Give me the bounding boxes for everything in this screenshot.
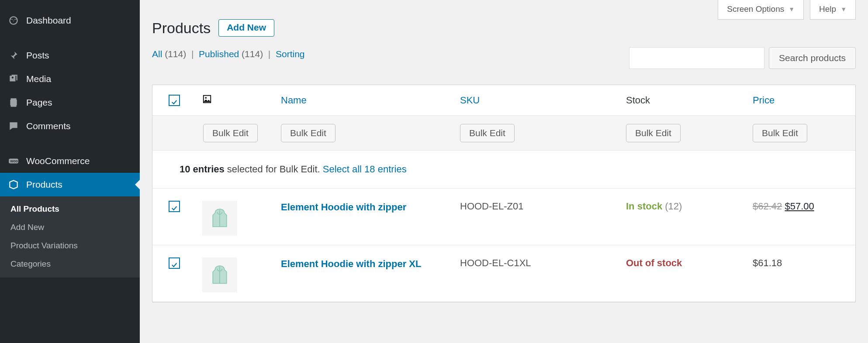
sidebar-item-label: Dashboard	[26, 15, 71, 26]
sidebar-item-label: Comments	[26, 121, 71, 131]
filter-sorting[interactable]: Sorting	[276, 49, 305, 59]
help-label: Help	[819, 4, 836, 14]
products-table: Name SKU Stock Price Bulk Edit Bulk Edit…	[152, 85, 856, 302]
stock-status: Out of stock	[626, 257, 682, 268]
product-stock: Out of stock	[620, 245, 747, 276]
screen-options-label: Screen Options	[727, 4, 784, 14]
comment-icon	[8, 120, 19, 132]
price-old: $62.42	[753, 201, 782, 212]
sidebar-item-label: Media	[26, 74, 51, 84]
select-all-link[interactable]: Select all 18 entries	[323, 164, 407, 175]
submenu-item-add-new[interactable]: Add New	[0, 218, 140, 237]
filter-published[interactable]: Published	[199, 49, 239, 59]
submenu-item-categories[interactable]: Categories	[0, 255, 140, 273]
product-price: $62.42 $57.00	[747, 189, 855, 219]
chevron-down-icon: ▼	[840, 6, 847, 13]
product-name-link[interactable]: Element Hoodie with zipper XL	[275, 245, 454, 278]
hoodie-icon	[207, 206, 232, 230]
box-icon	[8, 179, 19, 190]
admin-sidebar: Dashboard Posts Media Pages Comments woo…	[0, 0, 140, 343]
row-checkbox[interactable]	[169, 257, 180, 269]
selection-status: 10 entries selected for Bulk Edit. Selec…	[152, 151, 855, 189]
table-row: Element Hoodie with zipper HOOD-EL-Z01 I…	[152, 189, 855, 245]
svg-point-3	[205, 97, 207, 99]
price: $61.18	[753, 257, 782, 268]
table-row: Element Hoodie with zipper XL HOOD-EL-C1…	[152, 245, 855, 302]
bulk-edit-button-price[interactable]: Bulk Edit	[753, 124, 807, 142]
sidebar-item-label: Products	[26, 179, 62, 190]
sidebar-item-label: WooCommerce	[26, 156, 90, 166]
stock-status: In stock	[626, 201, 662, 212]
pin-icon	[8, 50, 19, 61]
sidebar-submenu: All Products Add New Product Variations …	[0, 196, 140, 278]
add-new-button[interactable]: Add New	[218, 19, 274, 37]
bulk-edit-button-thumb[interactable]: Bulk Edit	[203, 124, 258, 142]
pages-icon	[8, 97, 19, 108]
stock-count: (12)	[665, 201, 682, 212]
sidebar-item-label: Posts	[26, 50, 49, 61]
sidebar-item-woocommerce[interactable]: woo WooCommerce	[0, 149, 140, 173]
separator: |	[268, 49, 270, 59]
filter-all-count: (114)	[165, 49, 186, 59]
chevron-down-icon: ▼	[788, 6, 795, 13]
main-content: Screen Options ▼ Help ▼ Products Add New…	[140, 0, 868, 343]
sidebar-item-comments[interactable]: Comments	[0, 114, 140, 138]
bulk-edit-button-sku[interactable]: Bulk Edit	[460, 124, 515, 142]
bulk-edit-button-name[interactable]: Bulk Edit	[281, 124, 335, 142]
column-thumbnail	[196, 87, 275, 113]
bulk-edit-row: Bulk Edit Bulk Edit Bulk Edit Bulk Edit …	[152, 116, 855, 151]
sidebar-item-posts[interactable]: Posts	[0, 44, 140, 67]
sidebar-item-label: Pages	[26, 97, 52, 108]
sidebar-item-products[interactable]: Products	[0, 173, 140, 196]
column-sku[interactable]: SKU	[454, 88, 620, 113]
sidebar-item-pages[interactable]: Pages	[0, 91, 140, 114]
search-input[interactable]	[629, 47, 764, 69]
product-stock: In stock (12)	[620, 189, 747, 219]
product-name-link[interactable]: Element Hoodie with zipper	[275, 189, 454, 221]
column-stock: Stock	[620, 88, 747, 113]
filter-all[interactable]: All	[152, 49, 162, 59]
selection-count: 10 entries	[180, 164, 225, 175]
screen-options-tab[interactable]: Screen Options ▼	[718, 0, 804, 20]
help-tab[interactable]: Help ▼	[810, 0, 856, 20]
separator: |	[191, 49, 194, 59]
select-all-checkbox[interactable]	[169, 95, 180, 106]
sidebar-item-media[interactable]: Media	[0, 67, 140, 91]
image-icon	[202, 94, 212, 104]
filter-published-count: (114)	[242, 49, 263, 59]
woo-icon: woo	[8, 155, 19, 167]
hoodie-icon	[207, 263, 232, 287]
product-thumbnail[interactable]	[202, 201, 237, 236]
sidebar-item-dashboard[interactable]: Dashboard	[0, 9, 140, 32]
media-icon	[8, 73, 19, 85]
table-header: Name SKU Stock Price	[152, 85, 855, 116]
column-name[interactable]: Name	[275, 88, 454, 113]
top-tabs: Screen Options ▼ Help ▼	[718, 0, 856, 20]
search-button[interactable]: Search products	[769, 47, 856, 69]
product-sku: HOOD-EL-C1XL	[454, 245, 620, 276]
page-title: Products	[152, 20, 211, 37]
search-row: Search products	[629, 47, 856, 69]
product-price: $61.18	[747, 245, 855, 276]
product-thumbnail[interactable]	[202, 257, 237, 292]
selection-rest: selected for Bulk Edit.	[225, 164, 323, 175]
price-new: $57.00	[785, 201, 814, 212]
dashboard-icon	[8, 15, 19, 26]
svg-text:woo: woo	[10, 159, 17, 163]
row-checkbox[interactable]	[169, 201, 180, 212]
product-sku: HOOD-EL-Z01	[454, 189, 620, 219]
submenu-item-all-products[interactable]: All Products	[0, 200, 140, 218]
submenu-item-product-variations[interactable]: Product Variations	[0, 237, 140, 255]
column-price[interactable]: Price	[747, 88, 855, 113]
bulk-edit-button-stock[interactable]: Bulk Edit	[626, 124, 681, 142]
